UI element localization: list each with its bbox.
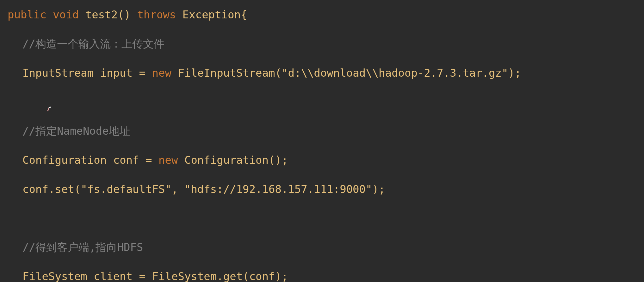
- paren-open: (: [243, 270, 249, 282]
- variable: input: [100, 67, 133, 79]
- method-name: test2: [85, 8, 118, 21]
- type: FileSystem: [22, 270, 87, 282]
- string-literal: "hdfs://192.168.157.111:9000": [184, 183, 372, 195]
- paren-close: );: [372, 183, 385, 195]
- code-line: InputStream input = new FileInputStream(…: [8, 66, 636, 80]
- keyword-throws: throws: [137, 8, 176, 21]
- type: InputStream: [22, 67, 94, 79]
- equals: =: [139, 67, 146, 79]
- paren-close: );: [275, 270, 288, 282]
- dot: .: [217, 270, 223, 282]
- cursor-icon: [46, 101, 52, 106]
- brace-open: {: [241, 8, 247, 21]
- keyword-public: public: [8, 8, 46, 21]
- code-block: public void test2() throws Exception{ //…: [0, 0, 644, 282]
- string-literal: "fs.defaultFS": [81, 183, 171, 195]
- code-line: //得到客户端,指向HDFS: [8, 240, 636, 255]
- type-exception: Exception: [183, 8, 241, 21]
- type: FileSystem: [152, 270, 217, 282]
- code-line: Configuration conf = new Configuration()…: [8, 153, 636, 168]
- method: get: [223, 270, 243, 282]
- code-line: FileSystem client = FileSystem.get(conf)…: [8, 269, 636, 282]
- equals: =: [139, 270, 146, 282]
- equals: =: [146, 154, 152, 166]
- paren-open: (: [74, 183, 81, 195]
- variable: conf: [113, 154, 139, 166]
- string-literal: "d:\\download\\hadoop-2.7.3.tar.gz": [282, 67, 508, 79]
- parens: (): [118, 8, 131, 21]
- comma: ,: [171, 183, 184, 195]
- type: Configuration: [22, 154, 107, 166]
- comment: //指定NameNode地址: [22, 125, 130, 137]
- code-line: //构造一个输入流：上传文件: [8, 37, 636, 51]
- variable: client: [94, 270, 133, 282]
- parens: ();: [269, 154, 288, 166]
- dot: .: [48, 183, 55, 195]
- comment: //构造一个输入流：上传文件: [22, 37, 164, 50]
- arg: conf: [249, 270, 275, 282]
- paren-close: );: [508, 67, 521, 79]
- type: Configuration: [184, 154, 269, 166]
- code-line: [8, 211, 636, 226]
- code-line: [8, 95, 636, 109]
- code-line: public void test2() throws Exception{: [8, 8, 636, 22]
- object: conf: [22, 183, 48, 195]
- keyword-new: new: [152, 67, 171, 79]
- method: set: [55, 183, 74, 195]
- keyword-new: new: [158, 154, 178, 166]
- paren-open: (: [275, 67, 282, 79]
- type: FileInputStream: [178, 67, 275, 79]
- keyword-void: void: [53, 8, 79, 21]
- code-line: conf.set("fs.defaultFS", "hdfs://192.168…: [8, 182, 636, 197]
- code-line: //指定NameNode地址: [8, 124, 636, 138]
- comment: //得到客户端,指向HDFS: [22, 241, 143, 253]
